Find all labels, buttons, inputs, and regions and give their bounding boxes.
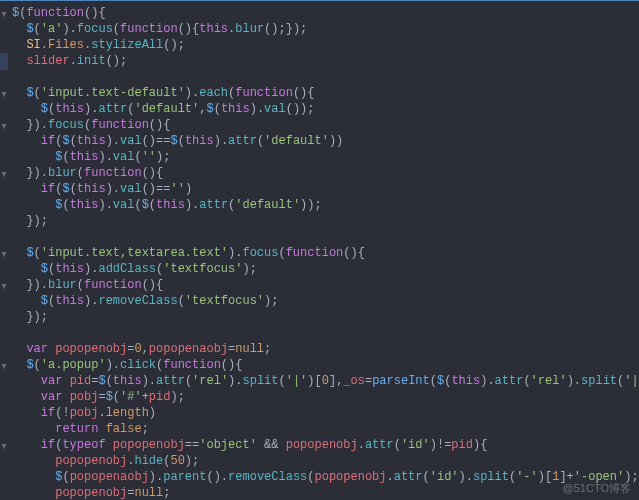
code-line[interactable]: ▼ }).blur(function(){: [0, 277, 639, 293]
code-line[interactable]: if($(this).val()==$(this).attr('default'…: [0, 133, 639, 149]
code-content[interactable]: $('a.popup').click(function(){: [8, 357, 242, 373]
gutter-highlight: [0, 53, 8, 70]
gutter-blank: [0, 405, 8, 407]
code-line[interactable]: SI.Files.stylizeAll();: [0, 37, 639, 53]
code-content[interactable]: popopenobj=null;: [8, 485, 170, 500]
code-content[interactable]: }).focus(function(){: [8, 117, 170, 133]
gutter-blank: [0, 469, 8, 471]
code-line[interactable]: $(popopenaobj).parent().removeClass(popo…: [0, 469, 639, 485]
code-line[interactable]: if($(this).val()==''): [0, 181, 639, 197]
code-line[interactable]: if(!pobj.length): [0, 405, 639, 421]
code-line[interactable]: ▼$(function(){: [0, 5, 639, 21]
code-content[interactable]: $(this).val($(this).attr('default'));: [8, 197, 322, 213]
code-content[interactable]: popopenobj.hide(50);: [8, 453, 199, 469]
code-content[interactable]: return false;: [8, 421, 149, 437]
code-line[interactable]: $(this).val('');: [0, 149, 639, 165]
code-line[interactable]: $(this).val($(this).attr('default'));: [0, 197, 639, 213]
code-content[interactable]: slider.init();: [8, 53, 127, 69]
code-line[interactable]: [0, 69, 639, 85]
code-content[interactable]: [8, 229, 26, 245]
gutter-blank: [0, 373, 8, 375]
code-content[interactable]: $(this).val('');: [8, 149, 170, 165]
code-line[interactable]: ▼ $('a.popup').click(function(){: [0, 357, 639, 373]
gutter-blank: [0, 325, 8, 327]
gutter-blank: [0, 133, 8, 135]
gutter-blank: [0, 149, 8, 151]
code-content[interactable]: var pid=$(this).attr('rel').split('|')[0…: [8, 373, 639, 389]
gutter-blank: [0, 261, 8, 263]
code-line[interactable]: popopenobj=null;: [0, 485, 639, 500]
gutter-blank: [0, 181, 8, 183]
gutter-blank: [0, 389, 8, 391]
code-line[interactable]: ▼ if(typeof popopenobj=='object' && popo…: [0, 437, 639, 453]
code-content[interactable]: if($(this).val()==$(this).attr('default'…: [8, 133, 343, 149]
code-content[interactable]: [8, 69, 41, 85]
code-content[interactable]: var pobj=$('#'+pid);: [8, 389, 185, 405]
gutter-blank: [0, 421, 8, 423]
code-line[interactable]: ▼ $('input.text,textarea.text').focus(fu…: [0, 245, 639, 261]
code-line[interactable]: var pobj=$('#'+pid);: [0, 389, 639, 405]
code-line[interactable]: slider.init();: [0, 53, 639, 69]
code-line[interactable]: popopenobj.hide(50);: [0, 453, 639, 469]
code-content[interactable]: if(!pobj.length): [8, 405, 156, 421]
gutter-blank: [0, 213, 8, 215]
gutter-blank: [0, 293, 8, 295]
code-content[interactable]: });: [8, 309, 48, 325]
code-line[interactable]: return false;: [0, 421, 639, 437]
gutter-blank: [0, 485, 8, 487]
watermark: @51CTO博客: [563, 481, 631, 496]
gutter-blank: [0, 101, 8, 103]
code-line[interactable]: var popopenobj=0,popopenaobj=null;: [0, 341, 639, 357]
code-content[interactable]: var popopenobj=0,popopenaobj=null;: [8, 341, 271, 357]
code-content[interactable]: $('input.text,textarea.text').focus(func…: [8, 245, 365, 261]
code-content[interactable]: $(this).removeClass('textfocus');: [8, 293, 278, 309]
gutter-blank: [0, 229, 8, 231]
code-line[interactable]: ▼ }).blur(function(){: [0, 165, 639, 181]
gutter-blank: [0, 453, 8, 455]
code-line[interactable]: $('a').focus(function(){this.blur();});: [0, 21, 639, 37]
gutter-blank: [0, 197, 8, 199]
code-content[interactable]: $(popopenaobj).parent().removeClass(popo…: [8, 469, 639, 485]
code-line[interactable]: $(this).addClass('textfocus');: [0, 261, 639, 277]
code-line[interactable]: });: [0, 309, 639, 325]
gutter-blank: [0, 37, 8, 39]
code-content[interactable]: });: [8, 213, 48, 229]
code-line[interactable]: [0, 229, 639, 245]
code-content[interactable]: if($(this).val()==''): [8, 181, 192, 197]
code-line[interactable]: $(this).removeClass('textfocus');: [0, 293, 639, 309]
code-content[interactable]: SI.Files.stylizeAll();: [8, 37, 185, 53]
code-line[interactable]: var pid=$(this).attr('rel').split('|')[0…: [0, 373, 639, 389]
gutter-blank: [0, 21, 8, 23]
code-line[interactable]: [0, 325, 639, 341]
code-content[interactable]: $(this).addClass('textfocus');: [8, 261, 257, 277]
code-line[interactable]: });: [0, 213, 639, 229]
code-line[interactable]: ▼ $('input.text-default').each(function(…: [0, 85, 639, 101]
code-content[interactable]: [8, 325, 26, 341]
code-line[interactable]: ▼ }).focus(function(){: [0, 117, 639, 133]
code-content[interactable]: $('input.text-default').each(function(){: [8, 85, 314, 101]
gutter-blank: [0, 309, 8, 311]
code-content[interactable]: $(this).attr('default',$(this).val());: [8, 101, 315, 117]
code-editor[interactable]: ▼$(function(){ $('a').focus(function(){t…: [0, 1, 639, 500]
code-content[interactable]: }).blur(function(){: [8, 165, 163, 181]
code-content[interactable]: $('a').focus(function(){this.blur();});: [8, 21, 307, 37]
code-content[interactable]: if(typeof popopenobj=='object' && popope…: [8, 437, 487, 453]
code-content[interactable]: }).blur(function(){: [8, 277, 163, 293]
code-line[interactable]: $(this).attr('default',$(this).val());: [0, 101, 639, 117]
gutter-blank: [0, 341, 8, 343]
code-content[interactable]: $(function(){: [8, 5, 106, 21]
